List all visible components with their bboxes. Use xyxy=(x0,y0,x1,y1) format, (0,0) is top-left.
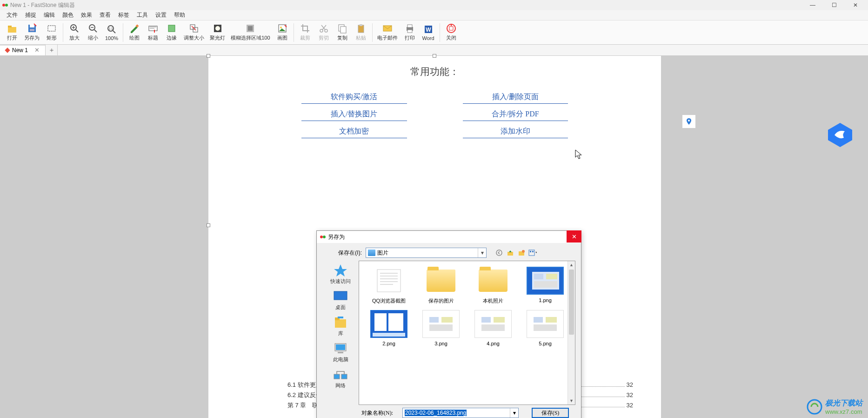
window-close[interactable]: ✕ xyxy=(845,0,866,10)
file-item[interactable]: 2.png xyxy=(365,310,413,346)
svg-rect-44 xyxy=(529,250,534,256)
chevron-down-icon: ▾ xyxy=(510,408,518,418)
toolbar-edge-button[interactable]: 边缘 xyxy=(162,21,181,44)
toolbar-spotlight-button[interactable]: 聚光灯 xyxy=(207,21,228,44)
tab-new1[interactable]: New 1 ✕ xyxy=(0,45,46,55)
svg-rect-5 xyxy=(30,25,34,27)
svg-rect-55 xyxy=(334,374,340,379)
svg-rect-76 xyxy=(429,324,453,331)
doc-link[interactable]: 文档加密 xyxy=(301,127,407,138)
places-star[interactable]: 快速访问 xyxy=(324,263,357,285)
doc-link[interactable]: 插入/替换图片 xyxy=(301,109,407,121)
tab-close-icon[interactable]: ✕ xyxy=(34,47,40,54)
places-network[interactable]: 网络 xyxy=(324,367,357,389)
toolbar-blur-button[interactable]: 模糊选择区域100 xyxy=(228,21,273,44)
toolbar-zoomin-button[interactable]: 放大 xyxy=(65,21,84,44)
menu-设置[interactable]: 设置 xyxy=(152,11,170,19)
toolbar-label: 缩小 xyxy=(88,34,98,41)
toolbar-draw-button[interactable]: 绘图 xyxy=(125,21,144,44)
view-menu-icon[interactable] xyxy=(528,249,537,257)
file-item[interactable]: 5.png xyxy=(521,310,569,346)
toolbar-paint-button[interactable]: 画图 xyxy=(273,21,292,44)
toolbar-caption-button[interactable]: 标题 xyxy=(144,21,162,44)
new-tab-button[interactable]: ＋ xyxy=(46,45,58,55)
window-maximize[interactable]: ☐ xyxy=(823,0,845,10)
menu-工具[interactable]: 工具 xyxy=(133,11,152,19)
menu-查看[interactable]: 查看 xyxy=(96,11,114,19)
save-button[interactable]: 保存(S) xyxy=(532,408,569,418)
caption-icon xyxy=(148,23,158,34)
window-minimize[interactable]: — xyxy=(802,0,823,10)
up-folder-icon[interactable] xyxy=(506,249,514,257)
toolbar-zoomout-button[interactable]: 缩小 xyxy=(84,21,102,44)
folder-icon xyxy=(474,267,512,295)
file-item[interactable]: 4.png xyxy=(469,310,517,346)
savein-combo[interactable]: 图片 ▾ xyxy=(366,248,487,258)
selection-handle[interactable] xyxy=(207,54,210,58)
toolbar-copy-button[interactable]: 复制 xyxy=(333,21,352,44)
file-item[interactable]: 1.png xyxy=(521,267,569,304)
rect-icon xyxy=(47,23,57,34)
places-libraries[interactable]: 库 xyxy=(324,315,357,337)
menu-颜色[interactable]: 颜色 xyxy=(59,11,77,19)
filename-input[interactable]: 2023-02-06_164823.png ▾ xyxy=(402,408,519,418)
file-item[interactable]: 3.png xyxy=(417,310,465,346)
toolbar-zoom100-button[interactable]: 1:1100% xyxy=(102,21,121,44)
svg-rect-79 xyxy=(481,317,491,323)
scroll-up-icon[interactable]: ▲ xyxy=(568,261,575,269)
file-name: 保存的图片 xyxy=(428,297,454,304)
menu-标签[interactable]: 标签 xyxy=(114,11,133,19)
scroll-down-icon[interactable]: ▼ xyxy=(568,397,575,405)
places-desktop[interactable]: 桌面 xyxy=(324,289,357,311)
svg-point-22 xyxy=(280,27,282,28)
doc-link[interactable]: 合并/拆分 PDF xyxy=(463,109,568,121)
file-item[interactable]: 本机照片 xyxy=(469,267,517,304)
draw-icon xyxy=(129,23,140,34)
doc-link[interactable]: 软件购买/激活 xyxy=(301,92,407,104)
file-name: 本机照片 xyxy=(483,297,503,304)
doc-link[interactable]: 添加水印 xyxy=(463,127,568,138)
toolbar-open-button[interactable]: 打开 xyxy=(3,21,21,44)
menu-捕捉[interactable]: 捕捉 xyxy=(21,11,40,19)
toolbar-label: 裁剪 xyxy=(300,34,310,41)
scrollbar[interactable]: ▲ ▼ xyxy=(568,261,575,405)
toolbar-label: 矩形 xyxy=(47,34,57,41)
toolbar-email-button[interactable]: 电子邮件 xyxy=(374,21,401,44)
menu-效果[interactable]: 效果 xyxy=(77,11,96,19)
toolbar-print-button[interactable]: 打印 xyxy=(401,21,419,44)
dialog-title-bar[interactable]: 另存为 xyxy=(317,231,581,243)
pin-button[interactable] xyxy=(682,115,696,128)
toolbar-close-button[interactable]: 关闭 xyxy=(442,21,461,44)
back-icon[interactable] xyxy=(495,249,503,257)
svg-rect-7 xyxy=(48,26,55,31)
toolbar-separator xyxy=(123,23,123,42)
svg-rect-47 xyxy=(334,291,347,300)
new-folder-icon[interactable] xyxy=(517,249,526,257)
app-icon xyxy=(320,234,326,240)
menu-帮助[interactable]: 帮助 xyxy=(170,11,189,19)
scroll-thumb[interactable] xyxy=(569,270,574,335)
toolbar-saveas-button[interactable]: 另存为 xyxy=(21,21,42,44)
svg-rect-45 xyxy=(530,251,531,252)
selection-handle[interactable] xyxy=(433,54,436,58)
zoomout-icon xyxy=(88,23,98,34)
site-url: www.xz7.com xyxy=(825,408,862,415)
toolbar-rect-button[interactable]: 矩形 xyxy=(42,21,61,44)
places-computer[interactable]: 此电脑 xyxy=(324,341,357,363)
dialog-close-button[interactable]: ✕ xyxy=(567,230,581,243)
file-item[interactable]: 保存的图片 xyxy=(417,267,465,304)
toolbar-word-button[interactable]: WWord xyxy=(419,21,438,44)
toolbar-resize-button[interactable]: 调整大小 xyxy=(181,21,207,44)
doc-link[interactable]: 插入/删除页面 xyxy=(463,92,568,104)
menu-文件[interactable]: 文件 xyxy=(3,11,21,19)
menu-编辑[interactable]: 编辑 xyxy=(40,11,59,19)
file-item[interactable]: QQ浏览器截图 xyxy=(365,267,413,304)
svg-rect-54 xyxy=(338,352,343,353)
print-icon xyxy=(405,23,415,34)
bluebird-watermark-icon xyxy=(826,121,854,149)
toolbar-label: 关闭 xyxy=(446,34,456,41)
zoom100-icon: 1:1 xyxy=(107,24,117,34)
selection-handle[interactable] xyxy=(207,223,210,227)
svg-rect-26 xyxy=(341,27,346,33)
file-browser[interactable]: QQ浏览器截图保存的图片本机照片1.png2.png3.png4.png5.pn… xyxy=(359,261,575,405)
